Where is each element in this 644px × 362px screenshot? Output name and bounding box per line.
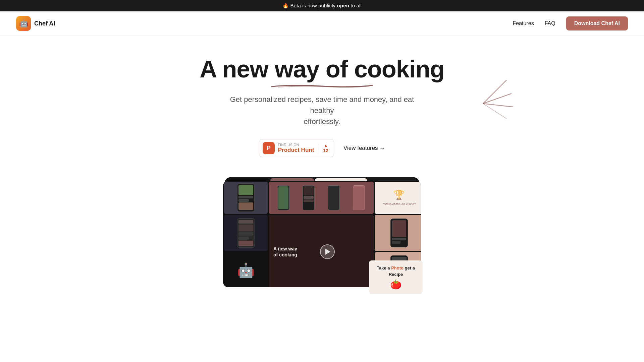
grid-r1c4-award: 🏆 "State-of-the-art vision" [375, 182, 421, 214]
mauve-phone-3 [328, 185, 340, 210]
top-banner: 🔥 Beta is now publicly open to all [0, 0, 644, 11]
vote-count: 12 [323, 148, 328, 153]
mauve-phone-2 [303, 185, 315, 210]
nav-faq-link[interactable]: FAQ [545, 20, 555, 26]
hero-subtitle: Get personalized recipes, save time and … [221, 94, 423, 127]
hero-title: A new way of cooking [200, 56, 444, 88]
product-hunt-text: FIND US ON Product Hunt [278, 143, 314, 154]
grid-r1c2-mauve [269, 182, 374, 214]
view-features-link[interactable]: View features → [343, 145, 385, 152]
vote-arrow-icon: ▲ [324, 143, 328, 148]
play-icon [325, 249, 330, 255]
svg-line-0 [483, 80, 506, 104]
award-label: "State-of-the-art vision" [383, 202, 416, 206]
phone-r1c1 [237, 183, 255, 212]
brand-name: Chef AI [34, 20, 55, 27]
play-button-main[interactable] [320, 244, 335, 259]
mauve-phone-1 [277, 185, 289, 210]
hero-section: A new way of cooking Get personalized re… [0, 36, 644, 171]
mauve-phone-4 [353, 185, 365, 210]
media-grid-section-2: 🏆 "State-of-the-art vision" A new wayof … [0, 174, 644, 301]
logo-icon: 🤖 [16, 16, 31, 31]
hero-actions: P FIND US ON Product Hunt ▲ 12 View feat… [259, 139, 385, 157]
navbar: 🤖 Chef AI Features FAQ Download Chef AI [0, 11, 644, 36]
rays-svg [449, 77, 517, 130]
title-underline [268, 84, 376, 88]
svg-line-1 [483, 94, 512, 104]
grid-r2c4-phone-hand [375, 215, 421, 251]
photo-recipe-emoji: 🍅 [390, 279, 402, 290]
nav-links: Features FAQ Download Chef AI [513, 16, 628, 31]
product-hunt-icon: P [263, 142, 275, 154]
robot-logo-icon: 🤖 [237, 262, 255, 279]
phone-list-mockup [237, 218, 255, 248]
photo-recipe-text: Take a Photo get aRecipe [377, 265, 415, 278]
grid-r3c1-robot: 🤖 [224, 252, 268, 287]
product-hunt-find: FIND US ON [278, 143, 299, 147]
award-laurel-icon: 🏆 [393, 189, 405, 200]
download-cta-button[interactable]: Download Chef AI [566, 16, 628, 31]
product-hunt-badge[interactable]: P FIND US ON Product Hunt ▲ 12 [259, 139, 334, 157]
nav-features-link[interactable]: Features [513, 20, 534, 26]
photo-recipe-panel: Take a Photo get aRecipe 🍅 [369, 260, 423, 294]
grid-r1c1-phone [224, 182, 268, 214]
grid-video-cell[interactable]: A new wayof cooking [269, 215, 374, 287]
video-text: A new wayof cooking [273, 246, 297, 258]
phone-hand-top [390, 219, 408, 247]
product-hunt-votes: ▲ 12 [319, 143, 328, 153]
nav-brand-group: 🤖 Chef AI [16, 16, 55, 31]
banner-text: 🔥 Beta is now publicly open to all [282, 3, 362, 8]
product-hunt-name: Product Hunt [278, 147, 314, 154]
grid-r2c1-phone-list [224, 215, 268, 251]
